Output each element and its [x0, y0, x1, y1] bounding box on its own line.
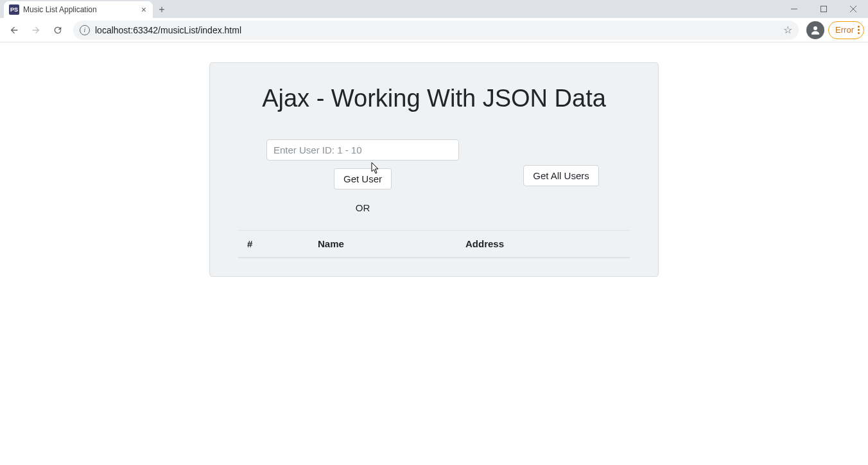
tab-title: Music List Application [23, 5, 136, 14]
get-user-button[interactable]: Get User [334, 168, 392, 189]
error-label: Error [835, 25, 854, 35]
new-tab-button[interactable]: + [153, 1, 171, 18]
address-bar[interactable]: i localhost:63342/musicList/index.html ☆ [73, 21, 799, 40]
get-all-users-button[interactable]: Get All Users [523, 165, 599, 186]
forward-button[interactable] [26, 20, 46, 40]
table-header-row: # Name Address [238, 231, 630, 258]
close-window-button[interactable] [838, 0, 868, 18]
user-id-input[interactable] [266, 139, 459, 161]
col-header-address: Address [456, 231, 630, 258]
svg-rect-1 [821, 6, 827, 12]
toolbar: i localhost:63342/musicList/index.html ☆… [0, 18, 868, 42]
tab-strip: PS Music List Application × + [0, 0, 868, 18]
svg-point-4 [813, 26, 817, 30]
form-row: Get User OR Get All Users [230, 139, 638, 213]
window-controls [779, 0, 868, 18]
back-button[interactable] [4, 20, 24, 40]
page-viewport: Ajax - Working With JSON Data Get User O… [0, 42, 868, 465]
main-card: Ajax - Working With JSON Data Get User O… [209, 62, 659, 277]
col-header-name: Name [309, 231, 456, 258]
results-table: # Name Address [238, 230, 630, 258]
results-table-wrap: # Name Address [238, 230, 630, 258]
browser-tab[interactable]: PS Music List Application × [4, 1, 153, 18]
get-all-users-column: Get All Users [485, 139, 638, 186]
site-info-icon[interactable]: i [80, 25, 90, 35]
profile-avatar[interactable] [806, 21, 824, 39]
maximize-button[interactable] [809, 0, 838, 18]
error-menu-button[interactable]: Error [828, 21, 864, 39]
kebab-menu-icon [858, 26, 860, 34]
col-header-index: # [238, 231, 309, 258]
url-text: localhost:63342/musicList/index.html [95, 25, 778, 35]
page-title: Ajax - Working With JSON Data [230, 85, 638, 112]
get-user-column: Get User OR [266, 139, 459, 213]
reload-button[interactable] [48, 20, 68, 40]
favicon-icon: PS [9, 4, 19, 15]
close-tab-icon[interactable]: × [140, 4, 148, 15]
or-label: OR [356, 202, 370, 213]
bookmark-icon[interactable]: ☆ [783, 24, 792, 36]
minimize-button[interactable] [779, 0, 809, 18]
